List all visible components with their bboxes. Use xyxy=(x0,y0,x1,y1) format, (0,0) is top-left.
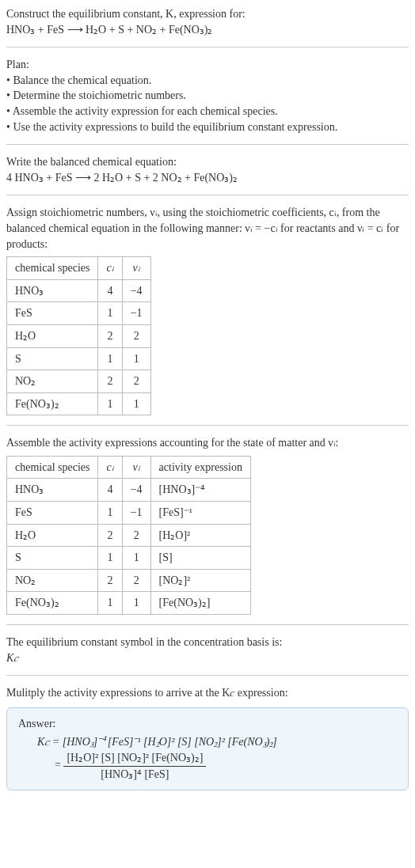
activity-table: chemical species cᵢ νᵢ activity expressi… xyxy=(6,456,251,615)
plan-b2: • Determine the stoichiometric numbers. xyxy=(6,88,409,104)
col-vi: νᵢ xyxy=(122,257,150,280)
cell: 1 xyxy=(98,592,122,615)
intro-line1: Construct the equilibrium constant, K, e… xyxy=(6,6,409,22)
cell: 2 xyxy=(122,569,150,592)
cell: 4 xyxy=(98,279,122,302)
kc-italic: K𝑐 xyxy=(6,652,18,664)
intro-block: Construct the equilibrium constant, K, e… xyxy=(6,6,409,37)
eq-sign: = xyxy=(55,759,63,771)
table-row: NO₂22[NO₂]² xyxy=(7,569,251,592)
cell: −4 xyxy=(122,279,150,302)
cell: 1 xyxy=(122,347,150,370)
cell: [FeS]⁻¹ xyxy=(150,502,250,525)
fraction-numerator: [H₂O]² [S] [NO₂]² [Fe(NO₃)₂] xyxy=(63,750,206,767)
fraction-denominator: [HNO₃]⁴ [FeS] xyxy=(63,767,206,783)
cell: 2 xyxy=(122,324,150,347)
stoich-table: chemical species cᵢ νᵢ HNO₃4−4 FeS1−1 H₂… xyxy=(6,256,151,415)
col-ci: cᵢ xyxy=(98,456,122,479)
kc-symbol: K𝑐 xyxy=(6,650,409,666)
cell: −4 xyxy=(122,479,150,502)
table-row: FeS1−1 xyxy=(7,302,151,325)
table-row: chemical species cᵢ νᵢ activity expressi… xyxy=(7,456,251,479)
col-species: chemical species xyxy=(7,456,98,479)
cell: [NO₂]² xyxy=(150,569,250,592)
table-row: HNO₃4−4 xyxy=(7,279,151,302)
kc-expression-line1: K𝑐 = [HNO₃]⁻⁴ [FeS]⁻¹ [H₂O]² [S] [NO₂]² … xyxy=(37,736,277,748)
cell: [Fe(NO₃)₂] xyxy=(150,592,250,615)
answer-line1: K𝑐 = [HNO₃]⁻⁴ [FeS]⁻¹ [H₂O]² [S] [NO₂]² … xyxy=(37,734,397,750)
table-row: S11 xyxy=(7,347,151,370)
col-activity: activity expression xyxy=(150,456,250,479)
cell: −1 xyxy=(122,302,150,325)
cell: 1 xyxy=(98,547,122,570)
balanced-block: Write the balanced chemical equation: 4 … xyxy=(6,154,409,185)
divider xyxy=(6,144,409,145)
cell: H₂O xyxy=(7,524,98,547)
cell: 1 xyxy=(122,547,150,570)
cell: −1 xyxy=(122,502,150,525)
divider xyxy=(6,425,409,426)
cell: 2 xyxy=(122,524,150,547)
plan-block: Plan: • Balance the chemical equation. •… xyxy=(6,57,409,135)
cell: [HNO₃]⁻⁴ xyxy=(150,479,250,502)
plan-title: Plan: xyxy=(6,57,409,73)
table-row: Fe(NO₃)₂11[Fe(NO₃)₂] xyxy=(7,592,251,615)
cell: 2 xyxy=(98,324,122,347)
table-row: HNO₃4−4[HNO₃]⁻⁴ xyxy=(7,479,251,502)
col-species: chemical species xyxy=(7,257,98,280)
table-row: FeS1−1[FeS]⁻¹ xyxy=(7,502,251,525)
cell: [H₂O]² xyxy=(150,524,250,547)
col-vi: νᵢ xyxy=(122,456,150,479)
plan-b1: • Balance the chemical equation. xyxy=(6,73,409,89)
cell: FeS xyxy=(7,502,98,525)
table-row: H₂O22 xyxy=(7,324,151,347)
cell: FeS xyxy=(7,302,98,325)
cell: 2 xyxy=(98,524,122,547)
cell: 2 xyxy=(122,370,150,393)
cell: 1 xyxy=(98,502,122,525)
balanced-eq: 4 HNO₃ + FeS ⟶ 2 H₂O + S + 2 NO₂ + Fe(NO… xyxy=(6,170,409,186)
cell: [S] xyxy=(150,547,250,570)
table-row: Fe(NO₃)₂11 xyxy=(7,392,151,415)
cell: Fe(NO₃)₂ xyxy=(7,392,98,415)
plan-b4: • Use the activity expressions to build … xyxy=(6,119,409,135)
assign-text: Assign stoichiometric numbers, νᵢ, using… xyxy=(6,205,409,252)
cell: 1 xyxy=(122,392,150,415)
cell: 1 xyxy=(98,347,122,370)
table-row: S11[S] xyxy=(7,547,251,570)
cell: 1 xyxy=(122,592,150,615)
kc-symbol-text: The equilibrium constant symbol in the c… xyxy=(6,635,409,650)
assemble-text: Assemble the activity expressions accoun… xyxy=(6,435,409,451)
cell: Fe(NO₃)₂ xyxy=(7,592,98,615)
multiply-text: Mulitply the activity expressions to arr… xyxy=(6,685,409,701)
cell: H₂O xyxy=(7,324,98,347)
col-ci: cᵢ xyxy=(98,257,122,280)
cell: HNO₃ xyxy=(7,479,98,502)
answer-box: Answer: K𝑐 = [HNO₃]⁻⁴ [FeS]⁻¹ [H₂O]² [S]… xyxy=(6,707,409,790)
cell: S xyxy=(7,547,98,570)
answer-label: Answer: xyxy=(18,716,397,732)
cell: 1 xyxy=(98,392,122,415)
fraction: [H₂O]² [S] [NO₂]² [Fe(NO₃)₂] [HNO₃]⁴ [Fe… xyxy=(63,750,206,782)
ci-label: cᵢ xyxy=(106,262,113,274)
table-row: H₂O22[H₂O]² xyxy=(7,524,251,547)
cell: NO₂ xyxy=(7,370,98,393)
vi-label: νᵢ xyxy=(133,461,140,473)
cell: HNO₃ xyxy=(7,279,98,302)
cell: 2 xyxy=(98,370,122,393)
plan-b3: • Assemble the activity expression for e… xyxy=(6,104,409,119)
divider xyxy=(6,195,409,195)
cell: 2 xyxy=(98,569,122,592)
divider xyxy=(6,47,409,47)
vi-label: νᵢ xyxy=(133,262,140,274)
divider xyxy=(6,624,409,625)
intro-eq: HNO₃ + FeS ⟶ H₂O + S + NO₂ + Fe(NO₃)₂ xyxy=(6,22,409,38)
cell: 1 xyxy=(98,302,122,325)
divider xyxy=(6,675,409,676)
table-row: chemical species cᵢ νᵢ xyxy=(7,257,151,280)
cell: NO₂ xyxy=(7,569,98,592)
table-row: NO₂22 xyxy=(7,370,151,393)
cell: S xyxy=(7,347,98,370)
answer-line2: = [H₂O]² [S] [NO₂]² [Fe(NO₃)₂] [HNO₃]⁴ [… xyxy=(55,750,397,782)
cell: 4 xyxy=(98,479,122,502)
